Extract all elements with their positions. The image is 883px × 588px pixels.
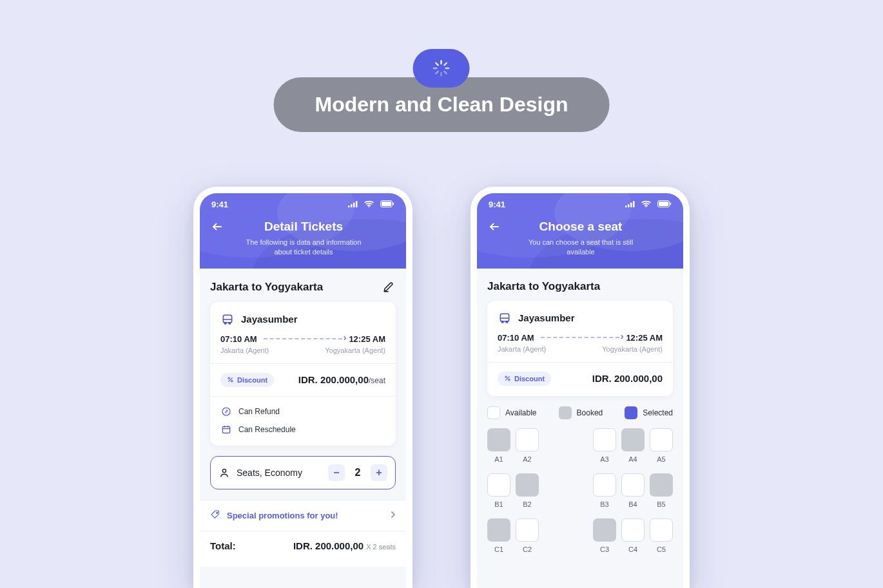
discount-chip[interactable]: Discount <box>220 373 274 387</box>
promo-label: Special promotions for you! <box>227 511 338 520</box>
tag-icon <box>210 509 220 522</box>
svg-rect-35 <box>633 201 635 207</box>
seat-cell: C4 <box>621 518 645 553</box>
seat-selector[interactable]: Seats, Economy − 2 + <box>210 456 396 489</box>
seat-a2[interactable] <box>516 428 539 451</box>
seat-cell: A1 <box>487 428 510 463</box>
svg-rect-18 <box>223 315 231 323</box>
seat-cell: B5 <box>650 473 673 508</box>
seat-a3[interactable] <box>593 428 616 451</box>
svg-rect-39 <box>670 203 672 205</box>
seat-cluster: A1A2 <box>487 428 539 463</box>
discount-label: Discount <box>237 376 267 384</box>
route-line <box>264 338 343 339</box>
phone1-header: 9:41 <box>200 193 406 269</box>
page-title: Detail Tickets <box>228 220 379 234</box>
operator-name: Jayasumber <box>518 312 575 323</box>
back-button[interactable] <box>489 221 500 236</box>
total-row: Total: IDR. 200.000,00X 2 seats <box>200 531 406 567</box>
edit-route-button[interactable] <box>382 280 396 294</box>
seat-count: 2 <box>351 467 364 479</box>
total-price: IDR. 200.000,00 <box>293 540 364 551</box>
perk-refund: Can Refund <box>220 406 385 417</box>
spinner-icon <box>432 59 451 77</box>
seat-b2 <box>516 473 539 497</box>
statusbar-icons <box>344 200 394 209</box>
seat-cell: B2 <box>516 473 539 508</box>
depart-agent: Jakarta (Agent) <box>220 346 269 354</box>
route-title: Jakarta to Yogyakarta <box>487 280 673 293</box>
route-line <box>541 337 620 338</box>
bus-icon <box>498 311 512 325</box>
svg-point-43 <box>501 321 503 323</box>
svg-rect-8 <box>348 205 350 207</box>
swatch-available <box>487 406 500 419</box>
seat-label: C2 <box>523 545 532 553</box>
time-row: 07:10 AM 12:25 AM <box>498 333 663 343</box>
wifi-icon <box>641 200 654 209</box>
seat-label: A3 <box>600 455 608 463</box>
percent-icon <box>227 376 234 383</box>
svg-rect-38 <box>659 202 668 206</box>
seat-b4[interactable] <box>621 473 645 497</box>
seat-b1[interactable] <box>487 473 510 497</box>
calendar-icon <box>220 424 232 435</box>
seat-label: C1 <box>494 545 503 553</box>
seat-label: C4 <box>628 545 637 553</box>
svg-rect-10 <box>353 203 355 208</box>
seat-cell: A3 <box>593 428 616 463</box>
svg-point-12 <box>369 206 370 207</box>
seat-c5[interactable] <box>650 518 673 542</box>
seat-cell: A2 <box>516 428 539 463</box>
svg-rect-9 <box>351 204 353 207</box>
discount-chip[interactable]: Discount <box>498 372 551 386</box>
svg-line-22 <box>228 377 232 381</box>
seat-c2[interactable] <box>516 518 539 542</box>
seat-cluster: C1C2 <box>487 518 539 553</box>
svg-line-6 <box>436 71 438 73</box>
decrement-button[interactable]: − <box>328 464 345 481</box>
depart-time: 07:10 AM <box>498 333 534 343</box>
statusbar-time: 9:41 <box>489 200 505 209</box>
statusbar: 9:41 <box>477 193 683 212</box>
seat-label: A5 <box>657 455 665 463</box>
promo-row[interactable]: Special promotions for you! <box>210 509 396 522</box>
signal-icon <box>625 200 638 209</box>
page-subtitle: The following is data and information ab… <box>228 238 379 257</box>
chevron-right-icon <box>391 511 396 520</box>
signal-icon <box>348 200 361 209</box>
seat-a4 <box>621 428 645 451</box>
battery-icon <box>380 200 394 209</box>
seat-label: A2 <box>523 455 531 463</box>
svg-rect-14 <box>382 202 391 206</box>
svg-point-30 <box>222 469 226 472</box>
svg-point-20 <box>224 322 226 324</box>
hero-badge <box>413 49 470 88</box>
discount-label: Discount <box>514 375 545 383</box>
svg-rect-34 <box>630 203 632 208</box>
svg-rect-32 <box>625 205 627 207</box>
back-button[interactable] <box>211 221 223 236</box>
total-label: Total: <box>210 540 236 551</box>
statusbar-time: 9:41 <box>211 200 228 209</box>
svg-line-4 <box>436 63 438 65</box>
seat-row: B1B2B3B4B5 <box>487 473 673 508</box>
increment-button[interactable]: + <box>371 464 387 481</box>
battery-icon <box>657 200 672 209</box>
ticket-card: Jayasumber 07:10 AM 12:25 AM Jakarta (Ag… <box>487 301 673 396</box>
total-mult: X 2 seats <box>366 543 396 551</box>
seat-row: C1C2C3C4C5 <box>487 518 673 553</box>
page-subtitle: You can choose a seat that is still avai… <box>505 238 656 257</box>
svg-point-31 <box>217 512 218 513</box>
seat-label: A1 <box>494 455 503 463</box>
svg-point-23 <box>228 377 229 379</box>
arrive-agent: Yogyakarta (Agent) <box>325 346 385 354</box>
seat-a5[interactable] <box>650 428 673 451</box>
phone-detail-tickets: 9:41 <box>193 187 412 588</box>
depart-time: 07:10 AM <box>220 334 257 344</box>
seat-c4[interactable] <box>621 518 645 542</box>
seat-cluster: B1B2 <box>487 473 539 508</box>
seat-label: B5 <box>657 500 665 508</box>
seat-grid: A1A2A3A4A5B1B2B3B4B5C1C2C3C4C5 <box>487 428 673 553</box>
seat-b3[interactable] <box>593 473 616 497</box>
